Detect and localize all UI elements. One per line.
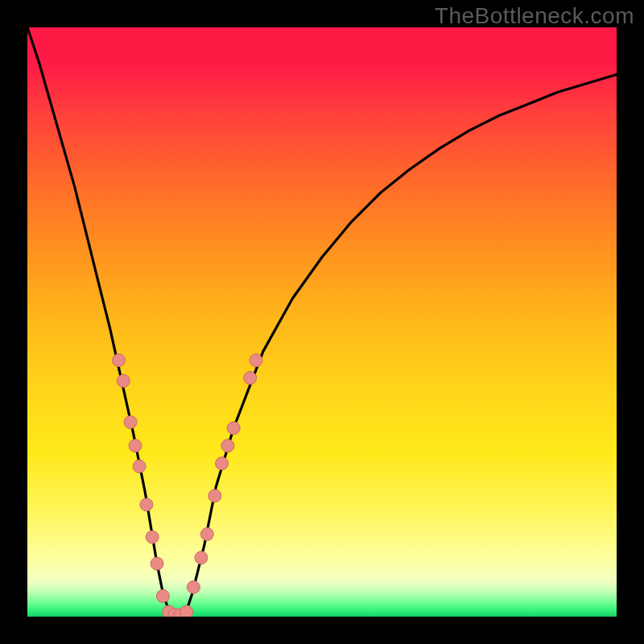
data-marker	[133, 460, 146, 473]
data-marker	[129, 440, 142, 452]
data-marker	[227, 422, 240, 435]
data-markers	[113, 354, 263, 617]
data-marker	[151, 557, 163, 570]
data-marker	[250, 354, 262, 367]
data-marker	[140, 498, 153, 511]
data-marker	[200, 528, 213, 541]
data-marker	[216, 457, 229, 470]
curve-layer	[27, 27, 617, 617]
data-marker	[146, 530, 159, 543]
plot-area	[27, 27, 617, 617]
bottleneck-curve	[27, 27, 617, 617]
data-marker	[180, 605, 193, 617]
data-marker	[117, 374, 130, 387]
chart-frame: TheBottleneck.com	[0, 0, 644, 644]
watermark-text: TheBottleneck.com	[435, 3, 634, 29]
data-marker	[187, 580, 200, 593]
data-marker	[124, 415, 137, 428]
data-marker	[208, 489, 221, 502]
data-marker	[195, 551, 208, 564]
data-marker	[113, 354, 126, 367]
bottleneck-curve-path	[27, 27, 617, 617]
data-marker	[221, 440, 234, 452]
data-marker	[156, 589, 169, 602]
data-marker	[244, 372, 257, 385]
